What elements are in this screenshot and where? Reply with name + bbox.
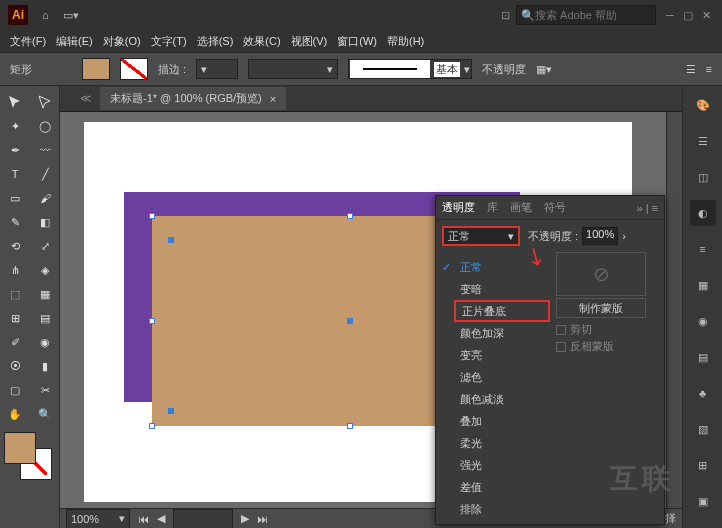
line-tool[interactable]: ╱	[30, 162, 60, 186]
magic-wand-tool[interactable]: ✦	[0, 114, 30, 138]
stroke-width-dropdown[interactable]: ▾	[196, 59, 238, 79]
brushes-panel-icon[interactable]: ▧	[690, 416, 716, 442]
tab-brushes[interactable]: 画笔	[510, 200, 532, 215]
search-box[interactable]: 🔍	[516, 5, 656, 25]
blend-option-lighten[interactable]: 变亮	[454, 344, 550, 366]
eyedropper-tool[interactable]: ✐	[0, 330, 30, 354]
direct-selection-tool[interactable]	[30, 90, 60, 114]
fill-swatch[interactable]	[82, 58, 110, 80]
stroke-swatch[interactable]	[120, 58, 148, 80]
stroke-panel-icon[interactable]: ≡	[690, 236, 716, 262]
symbols-panel-icon[interactable]: ♣	[690, 380, 716, 406]
sync-icon[interactable]: ⊡	[501, 9, 510, 22]
blend-option-darken[interactable]: 变暗	[454, 278, 550, 300]
nav-prev-icon[interactable]: ◀	[157, 512, 165, 525]
minimize-button[interactable]: ─	[662, 7, 678, 23]
zoom-tool[interactable]: 🔍	[30, 402, 60, 426]
mesh-tool[interactable]: ⊞	[0, 306, 30, 330]
menu-object[interactable]: 对象(O)	[99, 32, 145, 51]
curvature-tool[interactable]: 〰	[30, 138, 60, 162]
tab-library[interactable]: 库	[487, 200, 498, 215]
width-tool[interactable]: ⋔	[0, 258, 30, 282]
pen-tool[interactable]: ✒	[0, 138, 30, 162]
search-input[interactable]	[535, 9, 651, 21]
make-mask-button[interactable]: 制作蒙版	[556, 298, 646, 318]
blend-option-overlay[interactable]: 叠加	[454, 410, 550, 432]
home-icon[interactable]: ⌂	[42, 9, 49, 21]
invert-mask-checkbox[interactable]: 反相蒙版	[556, 339, 656, 354]
artboard-tool[interactable]: ▢	[0, 378, 30, 402]
menu-view[interactable]: 视图(V)	[287, 32, 332, 51]
transform-panel-icon[interactable]: ▣	[690, 488, 716, 514]
menu-window[interactable]: 窗口(W)	[333, 32, 381, 51]
lasso-tool[interactable]: ◯	[30, 114, 60, 138]
color-box[interactable]	[4, 432, 52, 480]
hand-tool[interactable]: ✋	[0, 402, 30, 426]
transparency-panel-icon[interactable]: ◐	[690, 200, 716, 226]
document-tab[interactable]: 未标题-1* @ 100% (RGB/预览) ×	[100, 87, 286, 110]
blend-option-screen[interactable]: 滤色	[454, 366, 550, 388]
rectangle-tool[interactable]: ▭	[0, 186, 30, 210]
panel-more-icon[interactable]: » | ≡	[636, 202, 658, 214]
tab-symbols[interactable]: 符号	[544, 200, 566, 215]
blend-mode-dropdown[interactable]: 正常 ▾	[442, 226, 520, 246]
gradient-tool[interactable]: ▤	[30, 306, 60, 330]
artboard-nav-dropdown[interactable]	[173, 509, 233, 529]
menu-file[interactable]: 文件(F)	[6, 32, 50, 51]
blend-tool[interactable]: ◉	[30, 330, 60, 354]
blend-option-hardlight[interactable]: 强光	[454, 454, 550, 476]
nav-next-icon[interactable]: ▶	[241, 512, 249, 525]
gradient-panel-icon[interactable]: ▦	[690, 272, 716, 298]
layers-panel-icon[interactable]: ▤	[690, 344, 716, 370]
nav-last-icon[interactable]: ⏭	[257, 513, 268, 525]
nav-first-icon[interactable]: ⏮	[138, 513, 149, 525]
clip-checkbox[interactable]: 剪切	[556, 322, 656, 337]
blend-option-colordodge[interactable]: 颜色减淡	[454, 388, 550, 410]
paintbrush-tool[interactable]: 🖌	[30, 186, 60, 210]
tab-transparency[interactable]: 透明度	[442, 200, 475, 215]
properties-panel-icon[interactable]: ☰	[690, 128, 716, 154]
stroke-profile-dropdown[interactable]: ▾	[248, 59, 338, 79]
close-tab-icon[interactable]: ×	[270, 93, 276, 105]
panel-opacity-input[interactable]: 100%	[582, 227, 618, 245]
align-icon[interactable]: ☰	[686, 63, 696, 76]
blend-option-colorburn[interactable]: 颜色加深	[454, 322, 550, 344]
options-menu-icon[interactable]: ≡	[706, 63, 712, 75]
menu-type[interactable]: 文字(T)	[147, 32, 191, 51]
graph-tool[interactable]: ▮	[30, 354, 60, 378]
selection-tool[interactable]	[0, 90, 30, 114]
restore-button[interactable]: ▢	[680, 7, 696, 23]
appearance-panel-icon[interactable]: ◉	[690, 308, 716, 334]
swatches-panel-icon[interactable]: ◫	[690, 164, 716, 190]
style-icon[interactable]: ▦▾	[536, 63, 552, 76]
symbol-sprayer-tool[interactable]: ⦿	[0, 354, 30, 378]
type-tool[interactable]: T	[0, 162, 30, 186]
close-button[interactable]: ✕	[698, 7, 714, 23]
eraser-tool[interactable]: ◧	[30, 210, 60, 234]
blend-option-normal[interactable]: 正常	[454, 256, 550, 278]
menu-edit[interactable]: 编辑(E)	[52, 32, 97, 51]
fill-color[interactable]	[4, 432, 36, 464]
free-transform-tool[interactable]: ◈	[30, 258, 60, 282]
blend-option-multiply[interactable]: 正片叠底	[454, 300, 550, 322]
shape-builder-tool[interactable]: ⬚	[0, 282, 30, 306]
blend-option-difference[interactable]: 差值	[454, 476, 550, 498]
slice-tool[interactable]: ✂	[30, 378, 60, 402]
menu-effect[interactable]: 效果(C)	[239, 32, 284, 51]
menu-select[interactable]: 选择(S)	[193, 32, 238, 51]
scale-tool[interactable]: ⤢	[30, 234, 60, 258]
color-panel-icon[interactable]: 🎨	[690, 92, 716, 118]
align-panel-icon[interactable]: ⊞	[690, 452, 716, 478]
opacity-slider-icon[interactable]: ›	[622, 230, 626, 242]
layout-icon[interactable]: ▭▾	[63, 9, 79, 22]
shaper-tool[interactable]: ✎	[0, 210, 30, 234]
blend-option-exclusion[interactable]: 排除	[454, 498, 550, 520]
zoom-dropdown[interactable]: 100%▾	[66, 509, 130, 529]
brush-dropdown[interactable]: 基本 ▾	[348, 59, 472, 79]
perspective-tool[interactable]: ▦	[30, 282, 60, 306]
blend-option-softlight[interactable]: 柔光	[454, 432, 550, 454]
vertical-scrollbar[interactable]	[666, 112, 682, 508]
tabbar-prev-icon[interactable]: ≪	[80, 92, 92, 105]
menu-help[interactable]: 帮助(H)	[383, 32, 428, 51]
rotate-tool[interactable]: ⟲	[0, 234, 30, 258]
